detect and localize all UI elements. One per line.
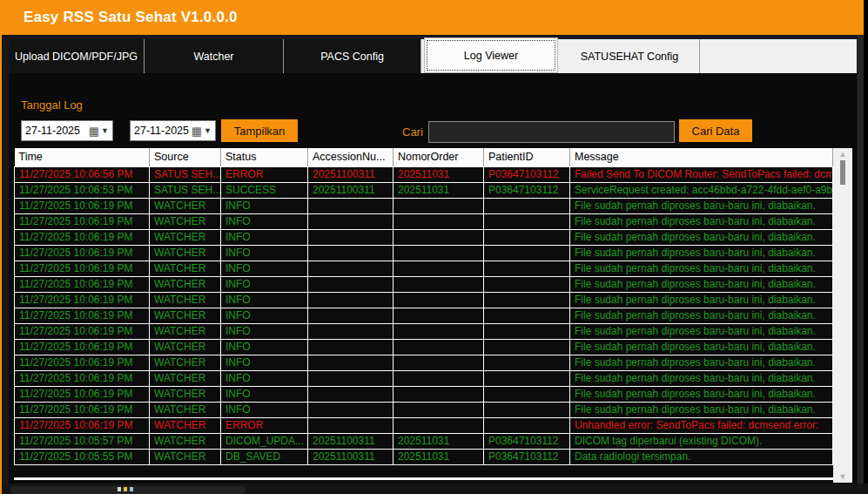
cell-time: 11/27/2025 10:06:56 PM <box>15 166 150 182</box>
cell-message: File sudah pernah diproses baru-baru ini… <box>570 402 833 417</box>
cell-nomor-order <box>394 213 484 229</box>
table-row[interactable]: 11/27/2025 10:06:19 PMWATCHERINFOFile su… <box>15 355 833 370</box>
cell-accession <box>308 229 394 245</box>
table-row[interactable]: 11/27/2025 10:06:19 PMWATCHERINFOFile su… <box>15 370 833 386</box>
cell-patient-id <box>484 229 570 245</box>
chevron-down-icon[interactable]: ▼ <box>202 126 215 135</box>
cell-source: WATCHER <box>150 308 221 323</box>
table-row[interactable]: 11/27/2025 10:06:53 PMSATUS SEH...SUCCES… <box>15 182 833 198</box>
cell-patient-id <box>484 417 570 433</box>
column-header[interactable]: Time <box>15 148 150 166</box>
tab-log-viewer[interactable]: Log Viewer <box>424 37 558 73</box>
cell-accession <box>308 261 394 276</box>
cell-source: WATCHER <box>150 417 221 433</box>
cell-nomor-order: 202511031 <box>394 166 484 182</box>
cell-time: 11/27/2025 10:06:19 PM <box>15 261 150 276</box>
tanggal-log-label: Tanggal Log <box>21 98 83 112</box>
table-row[interactable]: 11/27/2025 10:05:55 PMWATCHERDB_SAVED202… <box>15 449 833 464</box>
table-row[interactable]: 11/27/2025 10:06:19 PMWATCHERINFOFile su… <box>15 245 833 261</box>
cell-patient-id <box>484 198 570 213</box>
cell-source: WATCHER <box>150 292 221 308</box>
column-header[interactable]: Message <box>570 148 833 166</box>
cell-source: WATCHER <box>150 229 221 245</box>
cell-patient-id <box>484 386 570 402</box>
column-header[interactable]: Status <box>221 148 308 166</box>
column-header[interactable]: PatientID <box>484 148 570 166</box>
cell-accession: 20251100311 <box>308 433 394 449</box>
table-row[interactable]: 11/27/2025 10:06:19 PMWATCHERINFOFile su… <box>15 229 833 245</box>
tampilkan-button[interactable]: Tampilkan <box>221 119 298 142</box>
cell-source: SATUS SEH... <box>150 182 221 198</box>
cell-message: Unhandled error: SendToPacs failed: dcms… <box>570 417 833 433</box>
scroll-up-icon[interactable]: ▲ <box>833 148 852 160</box>
cell-patient-id <box>484 402 570 417</box>
table-row[interactable]: 11/27/2025 10:06:19 PMWATCHERINFOFile su… <box>15 261 833 276</box>
cell-time: 11/27/2025 10:06:19 PM <box>15 229 150 245</box>
cell-time: 11/27/2025 10:06:19 PM <box>15 198 150 213</box>
date-from-value: 27-11-2025 <box>22 125 89 137</box>
tab-watcher[interactable]: Watcher <box>145 39 284 73</box>
cell-nomor-order <box>394 276 484 292</box>
cell-source: WATCHER <box>150 370 221 386</box>
cell-patient-id <box>484 245 570 261</box>
cell-patient-id <box>484 323 570 339</box>
table-row[interactable]: 11/27/2025 10:06:19 PMWATCHERINFOFile su… <box>15 292 833 308</box>
cell-nomor-order <box>394 292 484 308</box>
cell-status: DICOM_UPDA... <box>221 433 308 449</box>
cell-status: INFO <box>221 386 308 402</box>
tab-pacs-config[interactable]: PACS Config <box>284 39 421 73</box>
table-row[interactable]: 11/27/2025 10:06:19 PMWATCHERINFOFile su… <box>15 323 833 339</box>
table-row[interactable]: 11/27/2025 10:06:19 PMWATCHERINFOFile su… <box>15 386 833 402</box>
cell-source: WATCHER <box>150 198 221 213</box>
chevron-down-icon[interactable]: ▼ <box>99 126 112 135</box>
table-row[interactable]: 11/27/2025 10:06:19 PMWATCHERINFOFile su… <box>15 402 833 417</box>
table-row[interactable]: 11/27/2025 10:06:19 PMWATCHERINFOFile su… <box>15 339 833 355</box>
cell-status: SUCCESS <box>221 182 308 198</box>
cell-source: WATCHER <box>150 276 221 292</box>
cell-source: WATCHER <box>150 449 221 464</box>
column-header[interactable]: AccessionNu... <box>308 148 394 166</box>
cell-accession <box>308 402 394 417</box>
search-input[interactable] <box>428 121 675 143</box>
table-row[interactable]: 11/27/2025 10:06:19 PMWATCHERINFOFile su… <box>15 308 833 323</box>
calendar-icon: ▦ <box>89 125 99 137</box>
cell-nomor-order <box>394 198 484 213</box>
date-from-picker[interactable]: 27-11-2025 ▦ ▼ <box>21 120 113 141</box>
table-row[interactable]: 11/27/2025 10:06:19 PMWATCHERINFOFile su… <box>15 276 833 292</box>
table-row[interactable]: 11/27/2025 10:06:19 PMWATCHERINFOFile su… <box>15 213 833 229</box>
cell-source: WATCHER <box>150 386 221 402</box>
cell-patient-id <box>484 213 570 229</box>
scrollbar-thumb[interactable] <box>840 160 845 185</box>
cari-data-button[interactable]: Cari Data <box>679 119 752 142</box>
column-header[interactable]: Source <box>150 148 221 166</box>
table-header-row: TimeSourceStatusAccessionNu...NomorOrder… <box>15 148 833 166</box>
cell-message: File sudah pernah diproses baru-baru ini… <box>570 198 833 213</box>
tab-upload-dicom-pdf-jpg[interactable]: Upload DICOM/PDF/JPG <box>9 39 145 73</box>
cell-accession: 20251100311 <box>308 166 394 182</box>
cell-nomor-order <box>394 386 484 402</box>
column-header[interactable]: NomorOrder <box>394 148 484 166</box>
cell-accession <box>308 339 394 355</box>
cell-nomor-order <box>394 308 484 323</box>
table-row[interactable]: 11/27/2025 10:06:56 PMSATUS SEH...ERROR2… <box>15 166 833 182</box>
cell-status: INFO <box>221 261 308 276</box>
scroll-down-icon[interactable]: ▼ <box>833 470 852 483</box>
cell-status: INFO <box>221 229 308 245</box>
cell-accession <box>308 292 394 308</box>
cell-time: 11/27/2025 10:05:55 PM <box>15 449 150 464</box>
table-row[interactable]: 11/27/2025 10:05:57 PMWATCHERDICOM_UPDA.… <box>15 433 833 449</box>
tab-satusehat-config[interactable]: SATUSEHAT Config <box>560 39 700 73</box>
cell-message: File sudah pernah diproses baru-baru ini… <box>570 355 833 370</box>
date-to-picker[interactable]: 27-11-2025 ▦ ▼ <box>130 120 216 141</box>
table-row[interactable]: 11/27/2025 10:06:19 PMWATCHERINFOFile su… <box>15 198 833 213</box>
cell-patient-id <box>484 292 570 308</box>
cell-message: Data radiologi tersimpan. <box>570 449 833 464</box>
cari-label: Cari <box>402 125 423 139</box>
cell-patient-id <box>484 370 570 386</box>
vertical-scrollbar[interactable]: ▲ ▼ <box>833 148 852 483</box>
table-row[interactable]: 11/27/2025 10:06:19 PMWATCHERERRORUnhand… <box>15 417 833 433</box>
title-bar[interactable]: Easy RSS Satu Sehat V1.0.0.0 <box>2 0 864 35</box>
cell-time: 11/27/2025 10:06:19 PM <box>15 402 150 417</box>
cell-patient-id: P03647103112 <box>484 182 570 198</box>
cell-time: 11/27/2025 10:05:57 PM <box>15 433 150 449</box>
